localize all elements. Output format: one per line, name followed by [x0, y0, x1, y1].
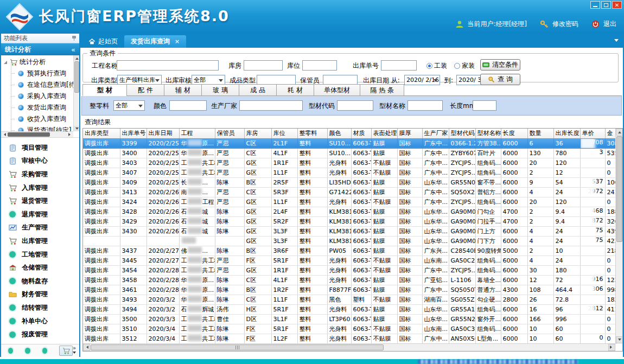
clear-conditions-button[interactable]: 清空条件: [480, 59, 520, 71]
table-row[interactable]: 调拨出库34132020/2/26南...严思C区5R3F整料G71422606…: [83, 187, 616, 197]
scroll-down-icon[interactable]: [618, 339, 621, 342]
search-button[interactable]: 查 询: [480, 74, 520, 85]
radio-selected-icon[interactable]: [426, 63, 432, 69]
minimize-button[interactable]: [590, 1, 600, 9]
cart-module-button[interactable]: [59, 346, 72, 356]
module-dot-icon[interactable]: [42, 348, 47, 354]
whole-part-select[interactable]: 全部: [113, 100, 145, 111]
sidebar-menu-item[interactable]: 报废管理: [1, 328, 79, 341]
column-header[interactable]: 表面处理: [371, 129, 397, 138]
tree-item[interactable]: 退货查询[待定]: [4, 125, 73, 131]
profile-name-input[interactable]: [407, 100, 443, 111]
material-tab[interactable]: 辅 材: [164, 84, 202, 96]
table-row[interactable]: 调拨出库34942020/3/2石辉城汤伟H区5R1F整料光身料6063-T5贴…: [83, 304, 616, 314]
sidebar-menu-item[interactable]: 退库管理: [1, 208, 79, 221]
table-row[interactable]: 调拨出库34072020/2/25工共工程严思G区1L1F整料光身料6063-T…: [83, 168, 616, 177]
sidebar-menu-item[interactable]: 仓储管理: [1, 261, 79, 274]
grid-horizontal-scrollbar[interactable]: [83, 343, 615, 351]
column-header[interactable]: 库位: [271, 129, 297, 138]
sidebar-menu-item[interactable]: 结转管理: [1, 301, 79, 315]
module-dot-icon[interactable]: [8, 348, 13, 354]
grid-vertical-scrollbar[interactable]: [615, 129, 622, 343]
table-row[interactable]: 调拨出库34542020/2/28工共工程严思G区1R1F整料光身料6063-T…: [83, 265, 616, 275]
sidebar-menu-item[interactable]: 物料盘存: [1, 274, 79, 288]
scroll-thumb[interactable]: [616, 136, 622, 242]
sidebar-menu-item[interactable]: 审核中心: [1, 155, 79, 168]
material-tab[interactable]: 单体型材: [314, 84, 360, 96]
column-header[interactable]: 出库类型: [83, 129, 120, 138]
table-row[interactable]: 调拨出库34092020/2/25长...陈琳B区2R5F整料LI35HD606…: [83, 177, 616, 187]
column-header[interactable]: 数量: [527, 129, 553, 138]
scroll-thumb[interactable]: [8, 132, 50, 137]
sidebar-menu-item[interactable]: 项目管理: [1, 141, 79, 155]
maximize-button[interactable]: [601, 1, 611, 9]
scroll-left-icon[interactable]: [2, 133, 6, 136]
tab-home[interactable]: 起始页: [82, 35, 124, 48]
scroll-up-icon[interactable]: [618, 130, 621, 133]
table-row[interactable]: 调拨出库35002020/3/3工共工程曹佳D区3L1F整料LT3P606063…: [83, 314, 616, 324]
close-button[interactable]: ✕: [612, 1, 622, 9]
radio-gongzhuang[interactable]: 工装: [426, 60, 447, 71]
table-row[interactable]: 调拨出库35102020/3/4工共工程陈琳F区5R1F整料光身料6063-T5…: [83, 324, 616, 334]
scroll-down-icon[interactable]: [75, 127, 79, 131]
tab-close-icon[interactable]: ×: [175, 38, 180, 45]
order-no-input[interactable]: [381, 60, 417, 71]
tab-list-dropdown-icon[interactable]: [614, 39, 619, 44]
length-input[interactable]: [473, 100, 496, 111]
tree-root-node[interactable]: 统计分析: [4, 56, 73, 68]
tree-item[interactable]: 在途信息查询[待: [4, 79, 73, 91]
column-header[interactable]: 工程: [179, 129, 215, 138]
sidebar-menu-item[interactable]: 入库管理: [1, 181, 79, 195]
table-row[interactable]: 调拨出库34292020/2/26石城陈琳G区5R2F整料KLM38176063…: [83, 216, 616, 226]
tree-horizontal-scrollbar[interactable]: [1, 131, 73, 137]
manufacturer-input[interactable]: [239, 100, 303, 111]
radio-jiazhuang[interactable]: 家装: [454, 60, 475, 71]
column-header[interactable]: 保管员: [215, 129, 244, 138]
table-row[interactable]: 调拨出库34032020/2/25工共工程严思G区1R1F整料光身料6063-T…: [83, 158, 616, 168]
change-password-link[interactable]: 修改密码: [552, 20, 578, 29]
module-dot-icon[interactable]: [25, 348, 30, 354]
radio-unselected-icon[interactable]: [454, 63, 460, 69]
logout-link[interactable]: 退出: [603, 20, 616, 29]
sidebar-menu-item[interactable]: 财务管理: [1, 288, 79, 302]
material-tab[interactable]: 玻 璃: [201, 84, 239, 96]
tree-vertical-scrollbar[interactable]: [73, 55, 79, 131]
table-row[interactable]: 调拨出库33992020/2/25华原...严思C区2L1F整料SU10...6…: [83, 138, 616, 148]
sidebar-menu-item[interactable]: 退货管理: [1, 194, 79, 208]
column-header[interactable]: 出库长度: [553, 129, 580, 138]
scroll-thumb[interactable]: [74, 61, 79, 93]
column-header[interactable]: 膜厚: [397, 129, 422, 138]
table-row[interactable]: 调拨出库34372020/2/27佛...陈琳B区3R6F整料PW056063-…: [83, 246, 616, 256]
scroll-right-icon[interactable]: [610, 346, 614, 349]
sidebar-menu-item[interactable]: 工地管理: [1, 248, 79, 261]
column-header[interactable]: 颜色: [327, 129, 351, 138]
location-input[interactable]: [302, 60, 337, 71]
column-header[interactable]: 单价: [580, 129, 605, 138]
tree-item[interactable]: 发货出库查询: [4, 102, 73, 113]
scroll-right-icon[interactable]: [68, 133, 72, 136]
table-row[interactable]: 调拨出库34932020/3/2华原...陈琳C区1L1F整料黑色塑料不贴膜国标…: [83, 295, 616, 304]
table-row[interactable]: 调拨出库34002020/2/25华原...严思C区4L1F整料SU10...6…: [83, 148, 616, 158]
table-row[interactable]: 调拨出库34612020/2/28华原...陈琳B区1R2F整料F8877FT6…: [83, 285, 616, 295]
material-tab[interactable]: 耗 材: [276, 84, 314, 96]
column-header[interactable]: 材质: [351, 129, 371, 138]
column-header[interactable]: 出库日期: [147, 129, 179, 138]
column-header[interactable]: 金: [605, 129, 616, 138]
material-tab[interactable]: 隔 热 条: [360, 84, 404, 96]
sidebar-menu-item[interactable]: 采购管理: [1, 168, 79, 181]
project-name-input[interactable]: [117, 60, 219, 71]
expander-icon[interactable]: [4, 61, 7, 64]
table-row[interactable]: 调拨出库34302020/2/26石城陈琳G区3L3F整料KLM38176063…: [83, 226, 616, 236]
sidebar-menu-item[interactable]: 出库管理: [1, 234, 79, 248]
sidebar-menu-item[interactable]: 补单中心: [1, 315, 79, 328]
warehouse-input[interactable]: [244, 60, 283, 71]
collapse-icon[interactable]: «: [71, 46, 75, 54]
table-row[interactable]: G区3L3F整料KLM38176063-T5贴膜国标山东华...GA90M09.…: [83, 236, 616, 246]
material-tab[interactable]: 配 件: [126, 84, 164, 96]
scroll-left-icon[interactable]: [85, 346, 88, 349]
tree-item[interactable]: 采购入库查询: [4, 91, 73, 102]
table-row[interactable]: 调拨出库35122020/3/4工共工程陈琳F区1L2F整料光身料6063-T5…: [83, 334, 616, 343]
material-tab[interactable]: 型 材: [82, 84, 127, 96]
material-tab[interactable]: 成 品: [239, 84, 277, 96]
tab-shipping-outbound-query[interactable]: 发货出库查询 ×: [124, 35, 186, 48]
